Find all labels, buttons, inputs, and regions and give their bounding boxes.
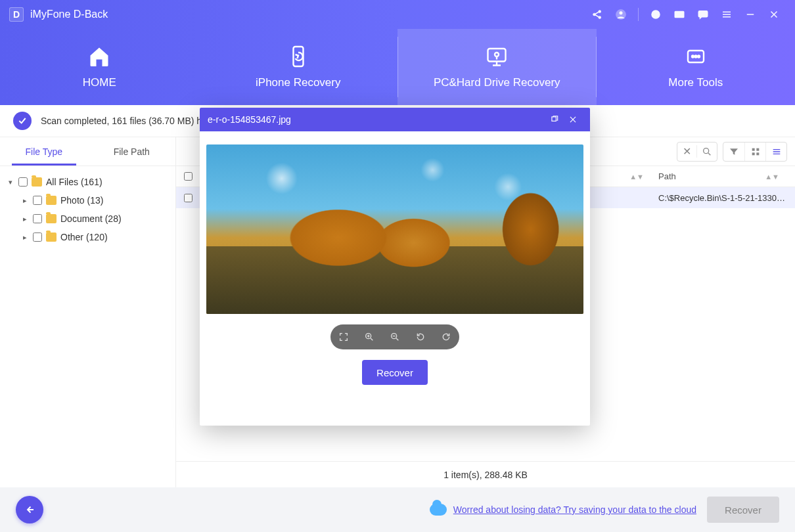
- preview-filename: e-r-o-154853467.jpg: [208, 114, 291, 125]
- sort-icon[interactable]: ▲▼: [765, 173, 787, 181]
- preview-recover-button[interactable]: Recover: [362, 360, 428, 385]
- row-path: C:\$Recycle.Bin\S-1-5-21-133012...: [652, 193, 787, 203]
- rotate-right-icon[interactable]: [438, 328, 455, 345]
- cloud-icon: [430, 504, 447, 516]
- folder-icon: [32, 177, 42, 187]
- tab-more-label: More Tools: [668, 76, 723, 89]
- tab-pc[interactable]: PC&Hard Drive Recovery: [398, 29, 597, 105]
- preview-controls: [330, 324, 459, 349]
- sort-icon[interactable]: ▲▼: [629, 173, 652, 181]
- chevron-right-icon[interactable]: ▸: [21, 233, 29, 242]
- svg-rect-17: [752, 148, 754, 150]
- search-icon[interactable]: [697, 146, 717, 157]
- preview-restore-icon[interactable]: [545, 110, 564, 129]
- svg-point-11: [495, 53, 499, 56]
- list-footer: 1 item(s), 288.48 KB: [176, 461, 795, 487]
- cloud-link-text: Worred about losing data? Try saving you…: [453, 504, 696, 515]
- feedback-icon[interactable]: [694, 5, 712, 24]
- filter-icon[interactable]: [723, 143, 744, 161]
- tab-home[interactable]: HOME: [0, 29, 199, 105]
- svg-point-13: [692, 56, 694, 58]
- share-icon[interactable]: [588, 5, 606, 24]
- cloud-link[interactable]: Worred about losing data? Try saving you…: [430, 504, 696, 516]
- svg-point-16: [704, 148, 709, 153]
- tab-iphone-label: iPhone Recovery: [256, 76, 340, 89]
- tree-photo[interactable]: ▸ Photo (13): [21, 191, 169, 210]
- check-icon: [13, 112, 32, 130]
- preview-close-icon[interactable]: [564, 110, 582, 129]
- rotate-left-icon[interactable]: [412, 328, 429, 345]
- file-tree: ▾ All Files (161) ▸ Photo (13) ▸: [0, 166, 175, 253]
- svg-rect-10: [488, 49, 506, 62]
- folder-icon: [46, 214, 57, 223]
- tree-photo-label: Photo (13): [60, 195, 103, 206]
- chevron-right-icon[interactable]: ▸: [21, 215, 29, 223]
- folder-icon: [46, 196, 57, 205]
- fullscreen-icon[interactable]: [335, 328, 352, 345]
- titlebar: D iMyFone D-Back: [0, 0, 795, 29]
- svg-point-14: [694, 56, 696, 58]
- preview-dialog: e-r-o-154853467.jpg Recover: [200, 108, 590, 426]
- select-all-checkbox[interactable]: [184, 172, 193, 181]
- chevron-down-icon[interactable]: ▾: [7, 178, 14, 187]
- svg-point-4: [620, 12, 623, 15]
- svg-point-6: [654, 13, 658, 16]
- clear-search-icon[interactable]: ✕: [677, 145, 697, 158]
- tab-iphone[interactable]: iPhone Recovery: [199, 29, 398, 105]
- svg-point-15: [698, 56, 700, 58]
- zoom-in-icon[interactable]: [361, 328, 378, 345]
- app-title: iMyFone D-Back: [30, 9, 108, 20]
- col-path[interactable]: Path▲▼: [652, 171, 787, 181]
- tree-all-label: All Files (161): [46, 177, 102, 187]
- folder-icon: [46, 233, 57, 242]
- svg-rect-21: [552, 117, 556, 121]
- tree-other-label: Other (120): [60, 232, 108, 242]
- tree-other[interactable]: ▸ Other (120): [21, 228, 169, 246]
- list-view-icon[interactable]: [765, 143, 786, 161]
- search-box: ✕: [677, 142, 717, 162]
- sidebar-tabs: File Type File Path: [0, 137, 175, 166]
- tree-photo-checkbox[interactable]: [33, 196, 42, 205]
- back-button[interactable]: [16, 496, 43, 523]
- tree-document[interactable]: ▸ Document (28): [21, 210, 169, 228]
- tree-other-checkbox[interactable]: [33, 233, 42, 242]
- settings-icon[interactable]: [647, 5, 665, 24]
- preview-header[interactable]: e-r-o-154853467.jpg: [200, 108, 590, 131]
- svg-rect-18: [756, 148, 759, 150]
- tree-all-files[interactable]: ▾ All Files (161): [7, 173, 169, 191]
- chevron-right-icon[interactable]: ▸: [21, 196, 29, 205]
- bottom-bar: Worred about losing data? Try saving you…: [0, 487, 795, 532]
- preview-image: [206, 144, 583, 314]
- sidebar-tab-file-path[interactable]: File Path: [88, 137, 176, 166]
- minimize-icon[interactable]: [741, 5, 760, 24]
- app-logo: D: [9, 7, 24, 22]
- sidebar: File Type File Path ▾ All Files (161) ▸ …: [0, 137, 176, 487]
- grid-view-icon[interactable]: [744, 143, 765, 161]
- svg-rect-19: [752, 152, 754, 155]
- zoom-out-icon[interactable]: [386, 328, 403, 345]
- tab-pc-label: PC&Hard Drive Recovery: [434, 76, 560, 89]
- recover-button[interactable]: Recover: [707, 497, 779, 523]
- close-icon[interactable]: [765, 5, 783, 24]
- menu-icon[interactable]: [717, 5, 736, 24]
- row-checkbox[interactable]: [184, 194, 193, 202]
- svg-rect-8: [698, 11, 708, 17]
- account-icon[interactable]: [612, 5, 630, 24]
- view-buttons: [723, 142, 787, 162]
- main-nav: HOME iPhone Recovery PC&Hard Drive Recov…: [0, 29, 795, 105]
- mail-icon[interactable]: [670, 5, 689, 24]
- tree-all-checkbox[interactable]: [18, 177, 28, 187]
- tab-home-label: HOME: [83, 76, 116, 89]
- tab-more[interactable]: More Tools: [597, 29, 796, 105]
- svg-rect-20: [756, 152, 759, 155]
- tree-document-label: Document (28): [60, 213, 122, 224]
- status-text: Scan completed, 161 files (36.70 MB) h: [41, 116, 202, 126]
- sidebar-tab-file-type[interactable]: File Type: [0, 137, 88, 166]
- tree-document-checkbox[interactable]: [33, 214, 42, 223]
